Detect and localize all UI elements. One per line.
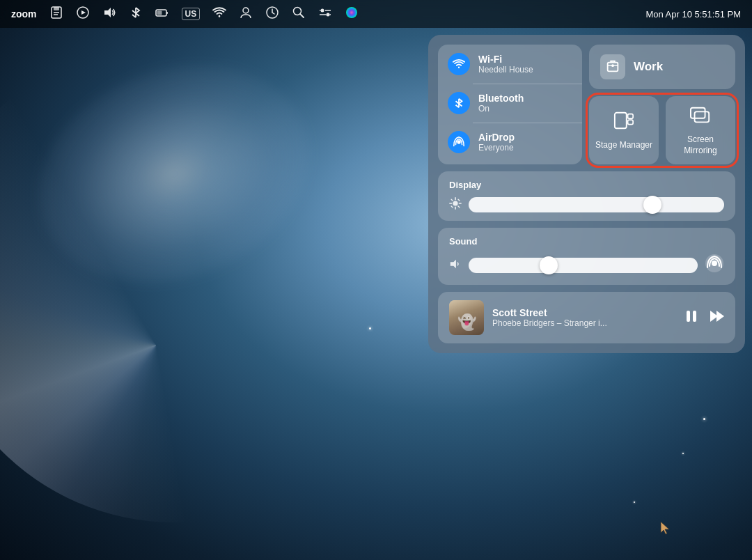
svg-line-13 (300, 14, 304, 17)
star-3 (634, 501, 635, 503)
menubar: zoom US (0, 0, 752, 28)
volume-slider-row (449, 254, 724, 277)
cc-right-column: Work Stage Manager Screen Mirroring (589, 45, 735, 164)
svg-line-37 (458, 199, 460, 201)
pause-button[interactable] (684, 309, 699, 327)
wifi-text: Wi-Fi Needell House (478, 54, 533, 75)
bluetooth-text: Bluetooth On (478, 93, 524, 114)
svg-marker-39 (451, 259, 456, 268)
svg-rect-29 (695, 111, 710, 122)
cursor (659, 520, 672, 536)
airplay-button[interactable] (705, 254, 724, 277)
work-button[interactable]: Work (589, 45, 735, 89)
app-name[interactable]: zoom (11, 8, 37, 20)
screen-mirroring-icon (690, 104, 711, 130)
brightness-slider[interactable] (469, 197, 724, 212)
work-label: Work (634, 60, 663, 74)
volume-thumb[interactable] (540, 256, 558, 274)
bluetooth-subtitle: On (478, 104, 524, 114)
svg-point-24 (611, 64, 614, 67)
battery-icon[interactable] (155, 6, 169, 22)
svg-rect-42 (687, 311, 690, 322)
bluetooth-label: Bluetooth (478, 93, 524, 104)
cc-stage-mirror-group: Stage Manager Screen Mirroring (589, 96, 735, 164)
display-label: Display (449, 180, 724, 190)
svg-point-15 (327, 13, 330, 17)
wifi-label: Wi-Fi (478, 54, 533, 65)
svg-marker-6 (104, 8, 111, 17)
album-art-ghost-icon: 👻 (457, 313, 476, 332)
svg-point-30 (453, 201, 457, 206)
svg-point-20 (346, 7, 357, 18)
wifi-subtitle: Needell House (478, 65, 533, 75)
work-icon (600, 54, 625, 79)
wifi-icon[interactable] (212, 6, 226, 22)
now-playing-controls (684, 309, 724, 327)
cc-top-row: Wi-Fi Needell House Bluetooth On AirDr (438, 45, 735, 164)
svg-point-14 (321, 9, 324, 13)
wifi-item[interactable]: Wi-Fi Needell House (438, 45, 582, 84)
sound-label: Sound (449, 236, 724, 247)
menubar-left: zoom US (11, 6, 645, 22)
screen-mirroring-button[interactable]: Screen Mirroring (666, 96, 735, 164)
siri-icon[interactable] (345, 6, 359, 22)
volume-icon (449, 258, 462, 273)
svg-rect-28 (691, 108, 705, 118)
airdrop-subtitle: Everyone (478, 143, 515, 153)
star-2 (682, 453, 684, 454)
now-playing-title: Scott Street (492, 307, 675, 318)
svg-rect-27 (628, 120, 634, 125)
airdrop-text: AirDrop Everyone (478, 132, 515, 153)
cc-connectivity-block: Wi-Fi Needell House Bluetooth On AirDr (438, 45, 582, 164)
search-icon[interactable] (292, 6, 306, 22)
now-playing-section: 👻 Scott Street Phoebe Bridgers – Strange… (438, 292, 735, 343)
display-section: Display (438, 171, 735, 221)
svg-point-21 (457, 140, 460, 143)
bluetooth-conn-icon (448, 92, 470, 114)
control-center-panel: Wi-Fi Needell House Bluetooth On AirDr (428, 35, 745, 353)
volume-slider[interactable] (469, 258, 698, 273)
star-4 (703, 418, 705, 420)
now-playing-text: Scott Street Phoebe Bridgers – Stranger … (492, 307, 675, 328)
brightness-icon (449, 197, 462, 212)
volume-icon[interactable] (102, 6, 116, 22)
now-playing-subtitle: Phoebe Bridgers – Stranger i... (492, 318, 675, 328)
menubar-time: Mon Apr 10 5:51:51 PM (645, 9, 741, 20)
control-center-icon[interactable] (318, 6, 332, 22)
brightness-slider-row (449, 197, 724, 212)
airdrop-item[interactable]: AirDrop Everyone (438, 123, 582, 162)
menubar-right: Mon Apr 10 5:51:51 PM (645, 9, 741, 20)
svg-rect-1 (54, 7, 59, 10)
svg-rect-8 (166, 12, 168, 14)
svg-line-38 (451, 206, 453, 208)
svg-point-41 (712, 260, 717, 266)
album-art: 👻 (449, 300, 484, 335)
play-icon[interactable] (76, 6, 90, 22)
svg-point-10 (243, 8, 249, 13)
skip-forward-button[interactable] (709, 309, 724, 327)
airdrop-conn-icon (448, 131, 470, 153)
svg-line-36 (458, 206, 460, 208)
wifi-conn-icon (448, 53, 470, 75)
sound-section: Sound (438, 228, 735, 285)
svg-rect-25 (615, 113, 627, 129)
bluetooth-item[interactable]: Bluetooth On (438, 84, 582, 123)
user-icon[interactable] (239, 6, 253, 22)
svg-rect-26 (628, 114, 634, 118)
airdrop-label: AirDrop (478, 132, 515, 143)
svg-rect-43 (693, 311, 696, 322)
svg-line-35 (451, 199, 453, 201)
stage-manager-button[interactable]: Stage Manager (589, 96, 659, 164)
bluetooth-icon[interactable] (129, 6, 143, 22)
svg-marker-45 (716, 311, 724, 322)
keyboard-layout[interactable]: US (182, 8, 201, 20)
stage-manager-label: Stage Manager (595, 140, 652, 151)
brightness-thumb[interactable] (643, 196, 661, 214)
clock-icon[interactable] (265, 6, 279, 22)
stage-manager-icon (613, 110, 634, 136)
star-1 (369, 327, 371, 329)
svg-rect-9 (157, 11, 162, 15)
save-icon[interactable] (49, 6, 63, 22)
svg-marker-5 (81, 10, 86, 15)
screen-mirroring-label: Screen Mirroring (671, 134, 730, 156)
